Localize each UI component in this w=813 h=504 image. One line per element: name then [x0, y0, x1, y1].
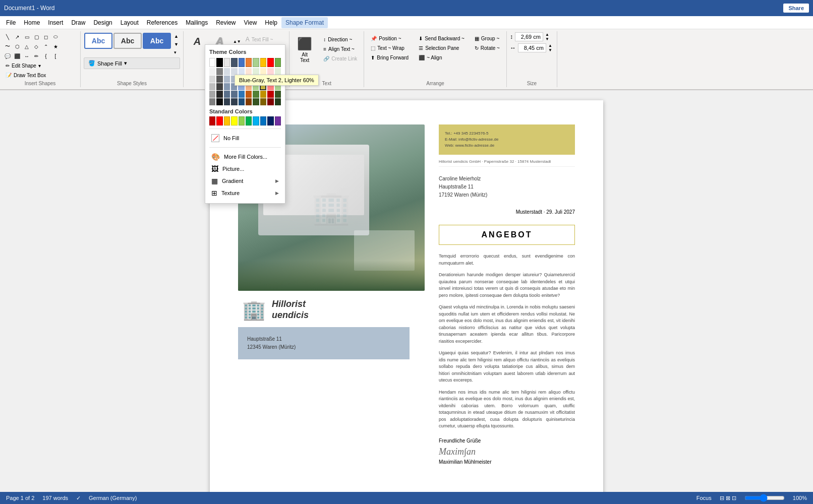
text-fill-button[interactable]: A Text Fill ~	[242, 34, 286, 44]
shade-1-3[interactable]	[224, 68, 230, 75]
no-fill-item[interactable]: No Fill	[209, 132, 281, 144]
style-more[interactable]: ▾	[172, 48, 180, 56]
menu-layout[interactable]: Layout	[117, 17, 143, 28]
create-link-button[interactable]: 🔗 Create Link	[320, 54, 361, 63]
shade-1-5[interactable]	[239, 68, 245, 75]
shade-2-1[interactable]	[209, 76, 215, 83]
menu-home[interactable]: Home	[20, 17, 44, 28]
shade-4-9[interactable]	[267, 91, 273, 98]
style-sample-1[interactable]: Abc	[84, 33, 112, 49]
selection-pane-button[interactable]: ☰ Selection Pane	[415, 44, 468, 52]
shape-callout[interactable]: 💬	[3, 51, 12, 60]
shade-5-4[interactable]	[231, 98, 237, 105]
menu-shape-format[interactable]: Shape Format	[281, 17, 328, 28]
shape-polygon[interactable]: ⬡	[13, 42, 22, 51]
shade-1-2[interactable]	[216, 68, 222, 75]
menu-review[interactable]: Review	[212, 17, 240, 28]
shade-5-7[interactable]	[253, 98, 259, 105]
shape-fill-button[interactable]: 🪣 Shape Fill ▾	[84, 57, 180, 69]
shade-4-3[interactable]	[224, 91, 230, 98]
shade-1-7[interactable]	[253, 68, 259, 75]
bring-forward-button[interactable]: ⬆ Bring Forward	[367, 53, 412, 62]
shape-curve[interactable]: 〜	[3, 42, 12, 51]
edit-shape-button[interactable]: ✏ Edit Shape ▾	[3, 61, 60, 70]
alt-text-button[interactable]: ⬛ AltText	[293, 34, 317, 66]
std-purple[interactable]	[275, 116, 281, 125]
shade-3-1[interactable]	[209, 83, 215, 90]
shade-1-1[interactable]	[209, 68, 215, 75]
swatch-orange[interactable]	[246, 58, 252, 67]
swatch-green[interactable]	[275, 58, 281, 67]
shade-5-8[interactable]	[260, 98, 266, 105]
std-lightblue[interactable]	[253, 116, 259, 125]
zoom-slider[interactable]	[744, 494, 785, 502]
shade-2-4[interactable]	[231, 76, 237, 83]
shape-fill-dropdown-arrow[interactable]: ▾	[124, 60, 127, 67]
shape-brace[interactable]: {	[41, 51, 50, 60]
shade-2-2[interactable]	[216, 76, 222, 83]
shape-connector[interactable]: ↔	[22, 51, 31, 60]
style-sample-2[interactable]: Abc	[113, 33, 142, 49]
std-darkred[interactable]	[209, 116, 215, 125]
shade-3-10[interactable]	[275, 83, 281, 90]
position-button[interactable]: 📌 Position ~	[367, 34, 412, 43]
text-direction-button[interactable]: ↕ Direction ~	[320, 35, 361, 44]
style-scroll-down[interactable]: ▼	[172, 40, 180, 48]
menu-design[interactable]: Design	[89, 17, 116, 28]
align-text-button[interactable]: ≡ Align Text ~	[320, 45, 361, 53]
shade-3-3[interactable]	[224, 83, 230, 90]
shade-5-6[interactable]	[246, 98, 252, 105]
menu-help[interactable]: Help	[261, 17, 281, 28]
shade-4-6[interactable]	[246, 91, 252, 98]
picture-item[interactable]: 🖼 Picture...	[209, 163, 281, 175]
shade-4-7[interactable]	[253, 91, 259, 98]
shade-1-8[interactable]	[260, 68, 266, 75]
shade-2-10[interactable]	[275, 76, 281, 83]
shade-1-4[interactable]	[231, 68, 237, 75]
width-down[interactable]: ▼	[548, 48, 552, 52]
shade-3-7[interactable]	[253, 83, 259, 90]
rotate-button[interactable]: ↻ Rotate ~	[471, 44, 503, 52]
focus-label[interactable]: Focus	[696, 495, 712, 501]
std-lightgreen[interactable]	[239, 116, 245, 125]
menu-references[interactable]: References	[143, 17, 182, 28]
shape-rect[interactable]: ▭	[22, 32, 31, 41]
std-blue[interactable]	[260, 116, 266, 125]
style-sample-3[interactable]: Abc	[143, 33, 171, 49]
menu-view[interactable]: View	[240, 17, 261, 28]
shade-4-5[interactable]	[239, 91, 245, 98]
swatch-lightgray[interactable]	[224, 58, 230, 67]
more-colors-item[interactable]: 🎨 More Fill Colors...	[209, 151, 281, 163]
swatch-black[interactable]	[216, 58, 222, 67]
draw-text-box-button[interactable]: 📝 Draw Text Box	[3, 71, 60, 80]
width-up[interactable]: ▲	[548, 43, 552, 48]
shade-3-2[interactable]	[216, 83, 222, 90]
shade-5-2[interactable]	[216, 98, 222, 105]
shape-line[interactable]: ╲	[3, 32, 12, 41]
swatch-blue[interactable]	[239, 58, 245, 67]
width-input[interactable]	[518, 43, 546, 52]
menu-insert[interactable]: Insert	[44, 17, 67, 28]
std-red[interactable]	[216, 116, 222, 125]
shape-diamond[interactable]: ◇	[32, 42, 41, 51]
shade-4-8[interactable]	[260, 91, 266, 98]
shape-flow[interactable]: ⬛	[13, 51, 22, 60]
shape-cylinder[interactable]: ⬭	[51, 32, 60, 41]
texture-item[interactable]: ⊞ Texture ▶	[209, 187, 281, 199]
swatch-lightgreen[interactable]	[253, 58, 259, 67]
share-button[interactable]: Share	[783, 4, 809, 13]
shade-3-6[interactable]	[246, 83, 252, 90]
height-up[interactable]: ▲	[545, 32, 549, 37]
shape-chevron[interactable]: ⌃	[41, 42, 50, 51]
height-input[interactable]	[515, 32, 543, 41]
shade-4-1[interactable]	[209, 91, 215, 98]
shade-4-4[interactable]	[231, 91, 237, 98]
shade-2-9[interactable]	[267, 76, 273, 83]
shade-2-3[interactable]	[224, 76, 230, 83]
shade-4-2[interactable]	[216, 91, 222, 98]
std-yellow[interactable]	[231, 116, 237, 125]
gradient-item[interactable]: ▦ Gradient ▶	[209, 175, 281, 187]
swatch-darkblue[interactable]	[231, 58, 237, 67]
shade-5-10[interactable]	[275, 98, 281, 105]
shape-freeform[interactable]: ✏	[32, 51, 41, 60]
